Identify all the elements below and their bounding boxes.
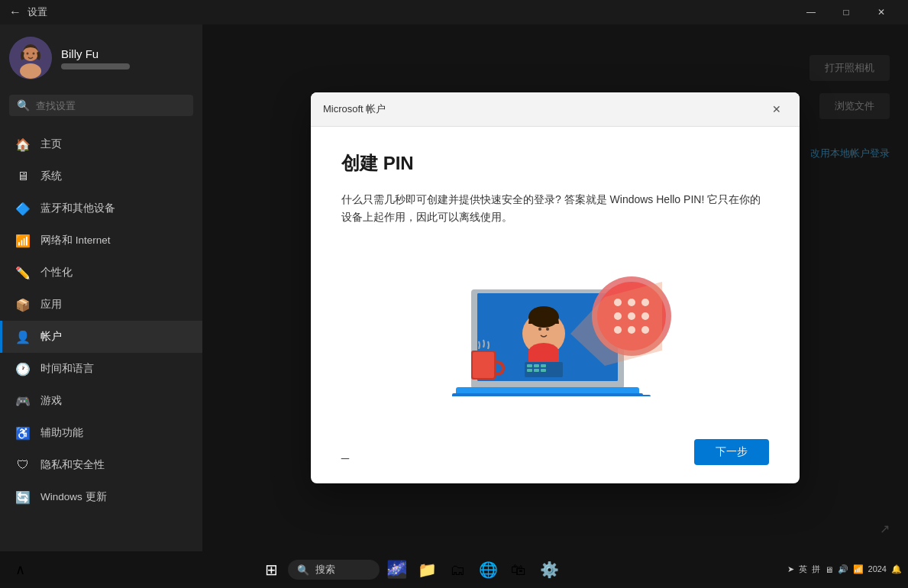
dialog-title-label: Microsoft 帐户 [323,102,386,116]
sidebar-item-privacy[interactable]: 🛡 隐私和安全性 [0,449,202,481]
svg-point-13 [538,328,541,331]
sidebar-item-label-time: 时间和语言 [40,362,94,376]
sidebar-item-label-gaming: 游戏 [40,394,62,408]
user-email-bar [61,63,130,69]
time-label: 2024 [868,564,887,575]
lang-cn-label: 拼 [812,564,820,575]
sidebar-item-home[interactable]: 🏠 主页 [0,128,202,160]
svg-rect-18 [541,364,546,367]
files-button[interactable]: 📁 [413,556,441,583]
dialog-underscore-indicator: _ [341,444,349,460]
svg-rect-35 [456,395,651,396]
sidebar-item-accessibility[interactable]: ♿ 辅助功能 [0,417,202,449]
dialog-content: 创建 PIN 什么只需几秒即可创建并提供快速安全的登录? 答案就是 Window… [311,127,800,427]
dialog: Microsoft 帐户 ✕ 创建 PIN 什么只需几秒即可创建并提供快速安全的… [311,92,800,483]
settings-sidebar: Billy Fu 🔍 🏠 主页 🖥 系统 🔷 蓝牙和其他设备 📶 网络和 Int… [0,24,202,551]
search-input[interactable] [36,100,186,111]
avatar [9,37,52,79]
svg-point-2 [20,63,41,79]
sidebar-item-bluetooth[interactable]: 🔷 蓝牙和其他设备 [0,192,202,225]
sidebar-item-update[interactable]: 🔄 Windows 更新 [0,481,202,513]
accounts-icon: 👤 [15,328,31,345]
svg-rect-21 [541,369,546,372]
dialog-close-button[interactable]: ✕ [766,99,787,120]
sidebar-item-time[interactable]: 🕐 时间和语言 [0,353,202,385]
personalization-icon: ✏️ [15,264,31,281]
maximize-button[interactable]: □ [829,0,864,24]
update-icon: 🔄 [15,489,31,506]
nav-list: 🏠 主页 🖥 系统 🔷 蓝牙和其他设备 📶 网络和 Internet ✏️ 个性… [0,125,202,551]
dialog-heading: 创建 PIN [341,151,769,176]
taskbar-left: ∧ [6,556,34,583]
sidebar-item-label-accounts: 帐户 [40,330,62,344]
lang-en-label: 英 [799,564,807,575]
sidebar-item-label-accessibility: 辅助功能 [40,426,83,440]
search-bar[interactable]: 🔍 搜索 [288,560,380,580]
search-label: 搜索 [315,563,335,577]
close-button[interactable]: ✕ [864,0,899,24]
minimize-button[interactable]: — [793,0,829,24]
settings-taskbar-button[interactable]: ⚙️ [535,556,563,583]
svg-rect-16 [527,364,532,367]
sidebar-item-label-home: 主页 [40,137,62,151]
modal-overlay: Microsoft 帐户 ✕ 创建 PIN 什么只需几秒即可创建并提供快速安全的… [202,24,908,551]
gaming-icon: 🎮 [15,393,31,409]
store-button[interactable]: 🛍 [505,556,532,583]
user-profile[interactable]: Billy Fu [0,24,202,92]
svg-rect-19 [527,369,532,372]
sidebar-item-system[interactable]: 🖥 系统 [0,160,202,192]
sidebar-item-label-update: Windows 更新 [40,490,107,504]
svg-point-14 [546,328,549,331]
illustration [341,244,769,396]
search-icon: 🔍 [17,99,30,111]
user-info: Billy Fu [61,47,130,69]
monitor-icon[interactable]: 🖥 [825,565,833,574]
sidebar-item-label-network: 网络和 Internet [40,234,111,247]
sidebar-item-gaming[interactable]: 🎮 游戏 [0,385,202,417]
next-button[interactable]: 下一步 [694,439,769,465]
sidebar-item-label-apps: 应用 [40,298,62,312]
send-icon[interactable]: ➤ [787,564,794,574]
accessibility-icon: ♿ [15,425,31,441]
home-icon: 🏠 [15,136,31,153]
folder-button[interactable]: 🗂 [444,556,471,583]
sidebar-item-label-system: 系统 [40,170,62,183]
privacy-icon: 🛡 [15,457,31,473]
taskbar: ∧ ⊞ 🔍 搜索 🌌 📁 🗂 🌐 🛍 ⚙️ ➤ 英 拼 🖥 🔊 📶 2024 🔔 [0,551,908,588]
svg-rect-17 [534,364,539,367]
dialog-description: 什么只需几秒即可创建并提供快速安全的登录? 答案就是 Windows Hello… [341,191,769,225]
svg-point-5 [33,53,35,55]
edge-button[interactable]: 🌐 [474,556,502,583]
sidebar-item-personalization[interactable]: ✏️ 个性化 [0,257,202,289]
app-title: 设置 [27,5,47,19]
svg-rect-20 [534,369,539,372]
titlebar: ← 设置 — □ ✕ [0,0,908,24]
window-controls: — □ ✕ [793,0,899,24]
network-icon: 📶 [15,232,31,249]
user-name: Billy Fu [61,47,130,60]
time-icon: 🕐 [15,360,31,377]
search-icon: 🔍 [297,564,309,576]
network-icon[interactable]: 📶 [853,564,864,574]
sidebar-item-apps[interactable]: 📦 应用 [0,289,202,321]
search-box[interactable]: 🔍 [9,95,193,116]
system-icon: 🖥 [15,168,31,185]
volume-icon[interactable]: 🔊 [838,564,848,574]
sidebar-item-label-bluetooth: 蓝牙和其他设备 [40,202,115,215]
taskbar-center: ⊞ 🔍 搜索 🌌 📁 🗂 🌐 🛍 ⚙️ [37,556,784,583]
clock[interactable]: 2024 [868,564,887,575]
sidebar-item-accounts[interactable]: 👤 帐户 [0,321,202,353]
dialog-footer: _ 下一步 [311,427,800,483]
dialog-titlebar: Microsoft 帐户 ✕ [311,92,800,127]
chevron-up-icon[interactable]: ∧ [6,556,34,583]
apps-icon: 📦 [15,296,31,313]
sidebar-item-label-privacy: 隐私和安全性 [40,458,105,472]
notification-button[interactable]: 🔔 [891,564,902,574]
widgets-button[interactable]: 🌌 [383,556,410,583]
taskbar-right: ➤ 英 拼 🖥 🔊 📶 2024 🔔 [787,564,902,575]
start-button[interactable]: ⊞ [257,556,285,583]
svg-rect-34 [473,352,494,378]
sidebar-item-network[interactable]: 📶 网络和 Internet [0,225,202,257]
back-button[interactable]: ← [9,5,21,19]
svg-point-4 [27,53,29,55]
